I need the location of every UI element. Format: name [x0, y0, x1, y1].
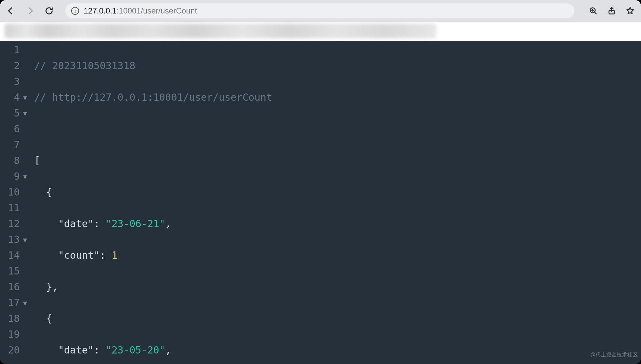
line-number: 7	[0, 137, 20, 153]
code-comment: // http://127.0.0.1:10001/user/userCount	[34, 91, 272, 103]
line-number: 10	[0, 184, 20, 200]
browser-toolbar: i 127.0.0.1:10001/user/userCount	[0, 0, 641, 22]
site-info-icon[interactable]: i	[71, 7, 79, 15]
share-icon[interactable]	[607, 6, 617, 16]
line-number: 3	[0, 74, 20, 90]
watermark-text: @稀土掘金技术社区	[590, 347, 638, 363]
json-viewer: 1 2 3 4 5 6 7 8 9 10 11 12 13 14 15 16 1…	[0, 41, 641, 364]
line-number: 20	[0, 342, 20, 358]
bookmark-star-icon[interactable]	[625, 6, 635, 16]
json-string-value: "23-05-20"	[106, 344, 165, 356]
line-number: 1	[0, 42, 20, 58]
forward-button[interactable]	[25, 6, 35, 16]
url-text: 127.0.0.1:10001/user/userCount	[84, 6, 197, 15]
fold-toggle[interactable]: ▼	[23, 106, 27, 121]
line-number: 4	[0, 90, 20, 105]
url-host: 127.0.0.1	[84, 6, 117, 15]
bookmarks-bar	[0, 22, 641, 41]
url-path: :10001/user/userCount	[117, 6, 197, 15]
line-number: 11	[0, 200, 20, 216]
line-number: 13	[0, 232, 20, 247]
fold-toggle[interactable]: ▼	[23, 295, 27, 311]
toolbar-right-group	[588, 6, 635, 16]
line-number: 14	[0, 247, 20, 263]
line-number: 6	[0, 121, 20, 137]
line-number: 2	[0, 58, 20, 74]
line-number: 5	[0, 105, 20, 121]
reload-button[interactable]	[44, 6, 54, 16]
json-number-value: 1	[112, 249, 118, 261]
line-number: 9	[0, 169, 20, 184]
address-bar[interactable]: i 127.0.0.1:10001/user/userCount	[65, 3, 574, 18]
fold-toggle[interactable]: ▼	[23, 232, 27, 248]
line-number: 12	[0, 216, 20, 232]
code-comment: // 20231105031318	[34, 60, 135, 71]
line-number: 16	[0, 279, 20, 295]
nav-button-group	[6, 6, 54, 16]
fold-gutter: ▼ ▼ ▼ ▼ ▼	[23, 41, 34, 364]
line-number: 8	[0, 153, 20, 169]
fold-toggle[interactable]: ▼	[23, 90, 27, 106]
line-number: 19	[0, 326, 20, 342]
line-number: 17	[0, 295, 20, 311]
line-number: 18	[0, 311, 20, 326]
code-area[interactable]: // 20231105031318 // http://127.0.0.1:10…	[34, 41, 641, 364]
fold-toggle[interactable]: ▼	[23, 169, 27, 185]
back-button[interactable]	[6, 6, 16, 16]
line-number-gutter: 1 2 3 4 5 6 7 8 9 10 11 12 13 14 15 16 1…	[0, 41, 23, 364]
zoom-icon[interactable]	[588, 6, 598, 16]
line-number: 15	[0, 263, 20, 279]
json-string-value: "23-06-21"	[106, 218, 165, 229]
